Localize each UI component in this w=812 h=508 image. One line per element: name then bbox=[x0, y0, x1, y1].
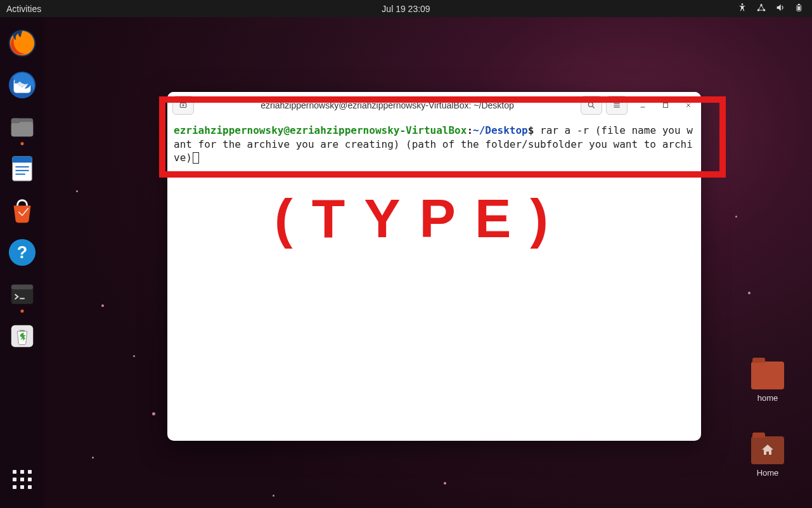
top-panel: Activities Jul 19 23:09 bbox=[0, 0, 812, 17]
svg-rect-25 bbox=[664, 103, 668, 108]
dock-software-icon[interactable] bbox=[5, 193, 39, 228]
svg-rect-16 bbox=[15, 174, 25, 175]
svg-rect-21 bbox=[20, 298, 25, 299]
svg-rect-14 bbox=[15, 166, 29, 167]
terminal-body[interactable]: ezriahzippernowsky@ezriahzippernowsky-Vi… bbox=[167, 119, 701, 441]
dock-help-icon[interactable]: ? bbox=[5, 235, 39, 270]
dock-writer-icon[interactable] bbox=[5, 152, 39, 186]
desktop-folder-home-capital[interactable]: Home bbox=[742, 436, 793, 478]
window-title: ezriahzippernowsky@ezriahzippernowsky-Vi… bbox=[198, 100, 577, 110]
home-folder-icon bbox=[751, 436, 784, 464]
prompt-sep: : bbox=[467, 124, 473, 136]
battery-icon[interactable] bbox=[794, 3, 804, 15]
volume-icon[interactable] bbox=[775, 3, 785, 15]
svg-rect-5 bbox=[798, 4, 800, 5]
dock-show-apps-icon[interactable] bbox=[5, 462, 39, 497]
desktop-folder-home-lowercase[interactable]: home bbox=[742, 361, 793, 403]
search-button[interactable] bbox=[581, 96, 602, 115]
close-button[interactable] bbox=[681, 98, 696, 113]
network-icon[interactable] bbox=[756, 3, 766, 15]
svg-text:?: ? bbox=[17, 243, 27, 262]
dock-terminal-icon[interactable] bbox=[5, 277, 39, 311]
maximize-button[interactable] bbox=[658, 98, 673, 113]
svg-rect-15 bbox=[15, 170, 29, 171]
accessibility-icon[interactable] bbox=[737, 3, 747, 15]
svg-rect-13 bbox=[13, 157, 32, 163]
svg-rect-20 bbox=[11, 285, 34, 290]
terminal-window: ezriahzippernowsky@ezriahzippernowsky-Vi… bbox=[167, 92, 701, 441]
svg-rect-6 bbox=[797, 6, 800, 10]
dock-trash-icon[interactable] bbox=[5, 319, 39, 353]
dock-firefox-icon[interactable] bbox=[5, 26, 39, 60]
prompt-user: ezriahzippernowsky@ezriahzippernowsky-Vi… bbox=[174, 124, 467, 136]
desktop-icon-label: Home bbox=[757, 468, 779, 478]
prompt-dollar: $ bbox=[528, 124, 534, 136]
menu-button[interactable] bbox=[606, 96, 628, 115]
activities-button[interactable]: Activities bbox=[0, 4, 41, 14]
svg-point-0 bbox=[742, 3, 744, 5]
window-titlebar[interactable]: ezriahzippernowsky@ezriahzippernowsky-Vi… bbox=[167, 92, 701, 119]
dock: ? bbox=[0, 17, 44, 508]
dock-files-icon[interactable] bbox=[5, 110, 39, 144]
new-tab-button[interactable] bbox=[172, 96, 194, 115]
svg-rect-10 bbox=[11, 122, 34, 136]
prompt-path: ~/Desktop bbox=[473, 124, 528, 136]
desktop-icon-label: home bbox=[757, 393, 778, 403]
svg-rect-11 bbox=[11, 119, 20, 124]
clock[interactable]: Jul 19 23:09 bbox=[382, 4, 430, 14]
terminal-cursor bbox=[193, 152, 199, 164]
minimize-button[interactable] bbox=[635, 98, 650, 113]
svg-point-24 bbox=[588, 102, 593, 107]
folder-icon bbox=[751, 361, 784, 389]
dock-thunderbird-icon[interactable] bbox=[5, 68, 39, 102]
